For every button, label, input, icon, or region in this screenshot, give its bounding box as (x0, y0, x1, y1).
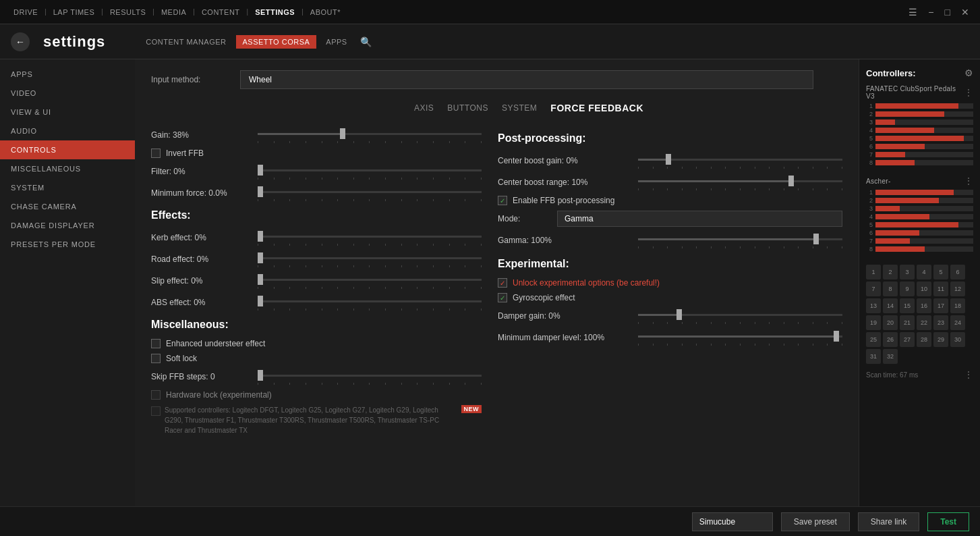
btn-22[interactable]: 22 (917, 315, 931, 330)
btn-5[interactable]: 5 (933, 265, 948, 279)
cbr-thumb[interactable] (788, 176, 794, 186)
btn-30[interactable]: 30 (950, 332, 965, 347)
sub-nav-content-manager[interactable]: CONTENT MANAGER (139, 35, 233, 49)
maximize-button[interactable]: □ (942, 7, 953, 18)
btn-19[interactable]: 19 (866, 315, 881, 330)
btn-21[interactable]: 21 (900, 315, 915, 330)
nav-media[interactable]: MEDIA (156, 8, 192, 16)
sidebar-item-video[interactable]: VIDEO (0, 84, 135, 103)
nav-results[interactable]: RESULTS (105, 8, 151, 16)
btn-23[interactable]: 23 (933, 315, 948, 330)
preset-select[interactable]: Simucube (692, 512, 773, 531)
gear-icon[interactable]: ⚙ (964, 68, 973, 78)
filter-thumb[interactable] (258, 165, 263, 176)
btn-15[interactable]: 15 (900, 298, 915, 313)
kerb-effect-slider[interactable] (258, 230, 482, 243)
btn-7[interactable]: 7 (866, 282, 881, 296)
mode-select[interactable]: Gamma Linear Exponential (557, 211, 842, 227)
btn-3[interactable]: 3 (900, 265, 915, 279)
btn-17[interactable]: 17 (933, 298, 948, 313)
sub-nav-assetto-corsa[interactable]: ASSETTO CORSA (236, 35, 317, 49)
btn-11[interactable]: 11 (933, 282, 948, 296)
invert-ffb-checkbox[interactable] (151, 149, 161, 158)
search-button[interactable]: 🔍 (357, 32, 376, 51)
save-preset-button[interactable]: Save preset (781, 512, 850, 531)
device2-menu[interactable]: ⋮ (964, 176, 973, 186)
soft-lock-checkbox[interactable] (151, 354, 161, 363)
mdl-thumb[interactable] (834, 331, 839, 342)
btn-2[interactable]: 2 (883, 265, 898, 279)
btn-28[interactable]: 28 (917, 332, 931, 347)
min-force-slider[interactable] (258, 185, 482, 198)
sidebar-item-apps[interactable]: APPS (0, 65, 135, 84)
abs-effect-slider[interactable] (258, 294, 482, 308)
nav-settings[interactable]: SETTINGS (250, 8, 300, 16)
btn-31[interactable]: 31 (866, 349, 881, 364)
menu-icon[interactable]: ☰ (906, 7, 920, 18)
min-force-thumb[interactable] (258, 186, 263, 197)
scan-time-menu[interactable]: ⋮ (964, 369, 973, 380)
btn-16[interactable]: 16 (917, 298, 931, 313)
gamma-thumb[interactable] (813, 234, 819, 244)
gamma-slider[interactable] (638, 232, 842, 246)
slip-effect-slider[interactable] (258, 273, 482, 286)
abs-thumb[interactable] (258, 296, 263, 306)
btn-18[interactable]: 18 (950, 298, 965, 313)
center-boost-range-slider[interactable] (638, 174, 842, 188)
cbg-thumb[interactable] (666, 154, 671, 165)
hardware-lock-checkbox[interactable] (151, 390, 161, 400)
btn-1[interactable]: 1 (866, 265, 881, 279)
dg-thumb[interactable] (676, 309, 682, 320)
tab-buttons[interactable]: BUTTONS (447, 101, 488, 115)
btn-8[interactable]: 8 (883, 282, 898, 296)
test-button[interactable]: Test (927, 512, 969, 531)
btn-4[interactable]: 4 (917, 265, 931, 279)
road-effect-slider[interactable] (258, 251, 482, 265)
tab-system[interactable]: SYSTEM (502, 101, 537, 115)
nav-about[interactable]: ABOUT* (305, 8, 346, 16)
slip-thumb[interactable] (258, 274, 263, 285)
tab-force-feedback[interactable]: FORCE FEEDBACK (550, 100, 643, 116)
btn-6[interactable]: 6 (950, 265, 965, 279)
sidebar-item-miscellaneous[interactable]: MISCELLANEOUS (0, 159, 135, 178)
enhanced-understeer-checkbox[interactable] (151, 339, 161, 348)
skip-ffb-slider[interactable] (258, 369, 482, 382)
btn-26[interactable]: 26 (883, 332, 898, 347)
min-damper-slider[interactable] (638, 329, 842, 343)
share-link-button[interactable]: Share link (858, 512, 919, 531)
btn-25[interactable]: 25 (866, 332, 881, 347)
btn-9[interactable]: 9 (900, 282, 915, 296)
sidebar-item-system[interactable]: SYSTEM (0, 178, 135, 197)
sidebar-item-damage-displayer[interactable]: DAMAGE DISPLAYER (0, 216, 135, 235)
sidebar-item-audio[interactable]: AUDIO (0, 122, 135, 140)
sidebar-item-chase-camera[interactable]: CHASE CAMERA (0, 197, 135, 216)
minimize-button[interactable]: − (925, 7, 936, 18)
btn-12[interactable]: 12 (950, 282, 965, 296)
btn-20[interactable]: 20 (883, 315, 898, 330)
hardware-lock-inner-checkbox[interactable] (151, 406, 161, 416)
close-button[interactable]: ✕ (958, 7, 972, 18)
center-boost-gain-slider[interactable] (638, 153, 842, 166)
sidebar-item-controls[interactable]: CONTROLS (0, 140, 135, 159)
btn-24[interactable]: 24 (950, 315, 965, 330)
enable-ffb-checkbox[interactable] (498, 196, 507, 205)
btn-27[interactable]: 27 (900, 332, 915, 347)
sidebar-item-presets-per-mode[interactable]: PRESETS PER MODE (0, 235, 135, 254)
nav-drive[interactable]: DRIVE (8, 8, 43, 16)
filter-slider[interactable] (258, 163, 482, 177)
nav-lap-times[interactable]: LAP TIMES (48, 8, 100, 16)
sidebar-item-view-ui[interactable]: VIEW & UI (0, 103, 135, 122)
btn-32[interactable]: 32 (883, 349, 898, 364)
btn-14[interactable]: 14 (883, 298, 898, 313)
damper-gain-slider[interactable] (638, 308, 842, 321)
input-method-select[interactable]: Wheel (240, 70, 813, 89)
skip-ffb-thumb[interactable] (258, 370, 263, 381)
nav-content[interactable]: CONTENT (196, 8, 246, 16)
unlock-experimental-checkbox[interactable] (498, 278, 507, 288)
btn-13[interactable]: 13 (866, 298, 881, 313)
sub-nav-apps[interactable]: APPS (319, 35, 353, 49)
gain-thumb[interactable] (340, 128, 345, 139)
btn-10[interactable]: 10 (917, 282, 931, 296)
btn-29[interactable]: 29 (933, 332, 948, 347)
gain-slider[interactable] (258, 127, 482, 140)
